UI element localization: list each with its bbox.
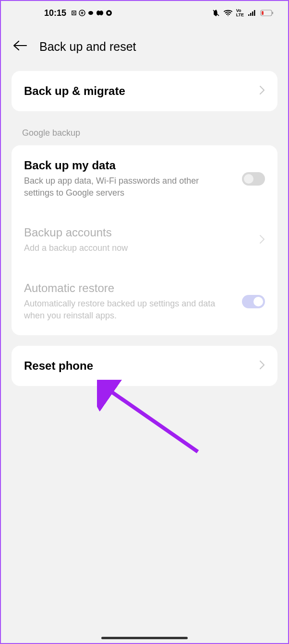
google-backup-card: Back up my data Back up app data, Wi-Fi … (12, 145, 277, 335)
automatic-restore-row[interactable]: Automatic restore Automatically restore … (12, 268, 277, 335)
status-left: 10:15 (44, 8, 112, 18)
chevron-right-icon (259, 234, 265, 246)
svg-point-8 (108, 12, 110, 14)
toggle-knob (253, 297, 263, 306)
backup-migrate-row[interactable]: Back up & migrate (12, 71, 277, 111)
automatic-restore-content: Automatic restore Automatically restore … (24, 281, 242, 322)
backup-my-data-content: Back up my data Back up app data, Wi-Fi … (24, 159, 242, 199)
svg-point-6 (99, 11, 103, 15)
circle-plus-icon (79, 10, 85, 16)
chevron-right-icon (259, 85, 265, 97)
back-arrow-icon[interactable] (13, 39, 27, 54)
backup-my-data-toggle[interactable] (242, 172, 265, 186)
automatic-restore-subtitle: Automatically restore backed up settings… (24, 298, 216, 322)
automatic-restore-title: Automatic restore (24, 281, 242, 295)
reset-phone-content: Reset phone (24, 359, 259, 373)
svg-rect-14 (272, 12, 273, 14)
chevron-right-icon (259, 360, 265, 372)
backup-accounts-content: Backup accounts Add a backup account now (24, 226, 259, 254)
svg-rect-12 (254, 10, 255, 16)
annotation-arrow (97, 380, 203, 458)
svg-rect-9 (248, 14, 250, 16)
signal-icon (248, 10, 256, 16)
status-app-icons (71, 10, 112, 16)
reset-phone-title: Reset phone (24, 359, 259, 373)
svg-rect-15 (262, 11, 264, 15)
backup-migrate-content: Back up & migrate (24, 84, 259, 98)
reset-phone-card: Reset phone (12, 346, 277, 386)
status-time: 10:15 (44, 8, 66, 18)
status-right: VoLTE (212, 9, 274, 17)
backup-migrate-card: Back up & migrate (12, 71, 277, 111)
backup-accounts-row[interactable]: Backup accounts Add a backup account now (12, 212, 277, 268)
page-title: Back up and reset (39, 40, 136, 54)
backup-my-data-row[interactable]: Back up my data Back up app data, Wi-Fi … (12, 145, 277, 212)
square-icon (71, 10, 77, 16)
svg-line-16 (107, 388, 198, 452)
circle-dot-icon (106, 10, 112, 16)
reddit-icon (87, 10, 94, 16)
mute-icon (212, 9, 220, 17)
backup-accounts-subtitle: Add a backup account now (24, 242, 216, 254)
toggle-knob (244, 174, 253, 184)
volte-icon: VoLTE (236, 9, 244, 17)
home-indicator[interactable] (101, 637, 188, 639)
battery-low-icon (260, 10, 274, 16)
automatic-restore-toggle[interactable] (242, 295, 265, 308)
google-backup-label: Google backup (1, 111, 288, 145)
status-bar: 10:15 VoLTE (1, 1, 288, 25)
pill-icon (96, 10, 104, 16)
backup-migrate-title: Back up & migrate (24, 84, 259, 98)
header: Back up and reset (1, 25, 288, 71)
wifi-icon (224, 10, 232, 16)
backup-accounts-title: Backup accounts (24, 226, 259, 239)
svg-rect-10 (250, 13, 252, 16)
svg-rect-11 (252, 12, 253, 16)
backup-my-data-subtitle: Back up app data, Wi-Fi passwords and ot… (24, 175, 216, 199)
reset-phone-row[interactable]: Reset phone (12, 346, 277, 386)
svg-rect-1 (73, 12, 75, 14)
backup-my-data-title: Back up my data (24, 159, 242, 172)
